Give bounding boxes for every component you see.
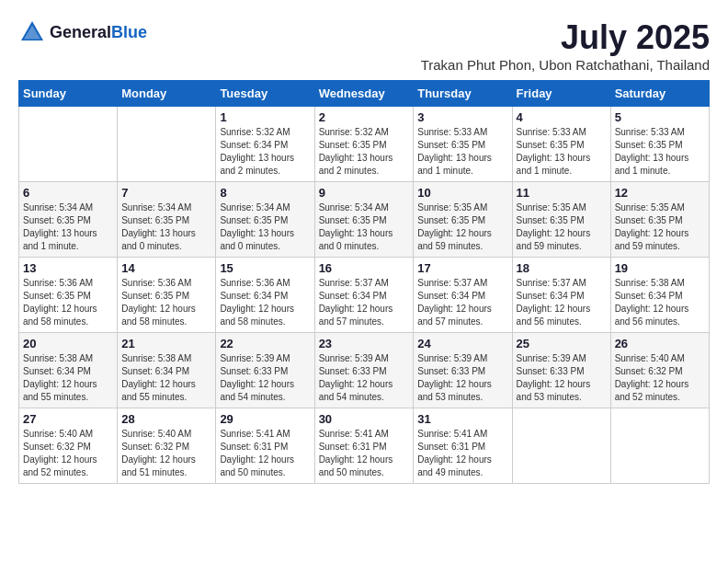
day-number: 12	[615, 186, 705, 200]
sunset-text: Sunset: 6:31 PM	[220, 441, 310, 454]
day-number: 29	[220, 412, 310, 426]
sunset-text: Sunset: 6:35 PM	[417, 139, 507, 152]
table-row: 4Sunrise: 5:33 AMSunset: 6:35 PMDaylight…	[512, 107, 610, 182]
sunrise-text: Sunrise: 5:39 AM	[220, 352, 310, 365]
table-row: 8Sunrise: 5:34 AMSunset: 6:35 PMDaylight…	[216, 182, 314, 258]
day-info: Sunrise: 5:39 AMSunset: 6:33 PMDaylight:…	[517, 352, 607, 404]
table-row: 27Sunrise: 5:40 AMSunset: 6:32 PMDayligh…	[19, 408, 118, 484]
day-info: Sunrise: 5:34 AMSunset: 6:35 PMDaylight:…	[319, 201, 410, 253]
day-number: 4	[517, 110, 607, 124]
daylight-text: Daylight: 13 hours and 0 minutes.	[220, 227, 310, 253]
sunrise-text: Sunrise: 5:40 AM	[23, 428, 113, 441]
sunset-text: Sunset: 6:35 PM	[615, 214, 705, 227]
sunrise-text: Sunrise: 5:39 AM	[417, 352, 507, 365]
sunset-text: Sunset: 6:33 PM	[319, 365, 410, 378]
day-info: Sunrise: 5:34 AMSunset: 6:35 PMDaylight:…	[23, 201, 113, 253]
day-number: 5	[615, 110, 705, 124]
day-number: 21	[121, 337, 211, 350]
sunset-text: Sunset: 6:35 PM	[517, 139, 607, 152]
daylight-text: Daylight: 12 hours and 53 minutes.	[417, 378, 507, 404]
table-row: 7Sunrise: 5:34 AMSunset: 6:35 PMDaylight…	[118, 182, 216, 258]
day-number: 8	[220, 186, 310, 200]
daylight-text: Daylight: 12 hours and 53 minutes.	[517, 378, 607, 404]
table-row: 19Sunrise: 5:38 AMSunset: 6:34 PMDayligh…	[610, 258, 709, 333]
day-info: Sunrise: 5:35 AMSunset: 6:35 PMDaylight:…	[517, 201, 607, 253]
sunrise-text: Sunrise: 5:38 AM	[615, 277, 705, 290]
table-row: 31Sunrise: 5:41 AMSunset: 6:31 PMDayligh…	[414, 408, 512, 484]
sunset-text: Sunset: 6:32 PM	[615, 365, 705, 378]
table-row: 11Sunrise: 5:35 AMSunset: 6:35 PMDayligh…	[512, 182, 610, 258]
day-number: 16	[319, 261, 410, 275]
sunrise-text: Sunrise: 5:34 AM	[121, 201, 211, 214]
table-row: 20Sunrise: 5:38 AMSunset: 6:34 PMDayligh…	[19, 333, 118, 408]
daylight-text: Daylight: 12 hours and 59 minutes.	[417, 227, 507, 253]
sunset-text: Sunset: 6:35 PM	[615, 139, 705, 152]
sunrise-text: Sunrise: 5:37 AM	[319, 277, 410, 290]
table-row	[19, 107, 118, 182]
calendar-table: Sunday Monday Tuesday Wednesday Thursday…	[18, 80, 710, 484]
location-subtitle: Trakan Phut Phon, Ubon Ratchathani, Thai…	[421, 57, 710, 73]
day-info: Sunrise: 5:40 AMSunset: 6:32 PMDaylight:…	[615, 352, 705, 404]
sunrise-text: Sunrise: 5:35 AM	[517, 201, 607, 214]
daylight-text: Daylight: 13 hours and 1 minute.	[23, 227, 113, 253]
daylight-text: Daylight: 12 hours and 54 minutes.	[220, 378, 310, 404]
daylight-text: Daylight: 12 hours and 54 minutes.	[319, 378, 410, 404]
sunrise-text: Sunrise: 5:35 AM	[417, 201, 507, 214]
sunset-text: Sunset: 6:34 PM	[220, 139, 310, 152]
daylight-text: Daylight: 13 hours and 2 minutes.	[220, 152, 310, 178]
sunrise-text: Sunrise: 5:38 AM	[23, 352, 113, 365]
day-number: 10	[417, 186, 507, 200]
day-info: Sunrise: 5:36 AMSunset: 6:35 PMDaylight:…	[121, 277, 211, 328]
day-info: Sunrise: 5:33 AMSunset: 6:35 PMDaylight:…	[517, 126, 607, 178]
sunset-text: Sunset: 6:33 PM	[220, 365, 310, 378]
header-thursday: Thursday	[414, 81, 512, 107]
day-info: Sunrise: 5:33 AMSunset: 6:35 PMDaylight:…	[615, 126, 705, 178]
header-tuesday: Tuesday	[216, 81, 314, 107]
day-number: 19	[615, 261, 705, 275]
table-row: 6Sunrise: 5:34 AMSunset: 6:35 PMDaylight…	[19, 182, 118, 258]
sunrise-text: Sunrise: 5:33 AM	[517, 126, 607, 139]
day-number: 3	[417, 110, 507, 124]
sunrise-text: Sunrise: 5:34 AM	[220, 201, 310, 214]
sunset-text: Sunset: 6:33 PM	[517, 365, 607, 378]
table-row: 2Sunrise: 5:32 AMSunset: 6:35 PMDaylight…	[314, 107, 414, 182]
day-number: 24	[417, 337, 507, 350]
day-info: Sunrise: 5:32 AMSunset: 6:35 PMDaylight:…	[319, 126, 410, 178]
week-row-1: 1Sunrise: 5:32 AMSunset: 6:34 PMDaylight…	[19, 107, 710, 182]
day-number: 22	[220, 337, 310, 350]
sunset-text: Sunset: 6:35 PM	[319, 139, 410, 152]
table-row: 3Sunrise: 5:33 AMSunset: 6:35 PMDaylight…	[414, 107, 512, 182]
daylight-text: Daylight: 12 hours and 57 minutes.	[319, 303, 410, 328]
sunrise-text: Sunrise: 5:41 AM	[319, 428, 410, 441]
table-row: 29Sunrise: 5:41 AMSunset: 6:31 PMDayligh…	[216, 408, 314, 484]
sunset-text: Sunset: 6:34 PM	[121, 365, 211, 378]
day-number: 18	[517, 261, 607, 275]
table-row: 23Sunrise: 5:39 AMSunset: 6:33 PMDayligh…	[314, 333, 414, 408]
sunrise-text: Sunrise: 5:40 AM	[121, 428, 211, 441]
weekday-header-row: Sunday Monday Tuesday Wednesday Thursday…	[19, 81, 710, 107]
day-number: 2	[319, 110, 410, 124]
table-row: 14Sunrise: 5:36 AMSunset: 6:35 PMDayligh…	[118, 258, 216, 333]
sunset-text: Sunset: 6:35 PM	[417, 214, 507, 227]
day-info: Sunrise: 5:34 AMSunset: 6:35 PMDaylight:…	[121, 201, 211, 253]
day-number: 17	[417, 261, 507, 275]
daylight-text: Daylight: 12 hours and 59 minutes.	[517, 227, 607, 253]
day-info: Sunrise: 5:39 AMSunset: 6:33 PMDaylight:…	[417, 352, 507, 404]
table-row: 30Sunrise: 5:41 AMSunset: 6:31 PMDayligh…	[314, 408, 414, 484]
day-info: Sunrise: 5:36 AMSunset: 6:34 PMDaylight:…	[220, 277, 310, 328]
day-number: 13	[23, 261, 113, 275]
sunset-text: Sunset: 6:32 PM	[121, 441, 211, 454]
day-info: Sunrise: 5:41 AMSunset: 6:31 PMDaylight:…	[220, 428, 310, 479]
logo-general: General	[50, 23, 111, 41]
daylight-text: Daylight: 13 hours and 1 minute.	[417, 152, 507, 178]
day-info: Sunrise: 5:32 AMSunset: 6:34 PMDaylight:…	[220, 126, 310, 178]
title-section: July 2025 Trakan Phut Phon, Ubon Ratchat…	[421, 18, 710, 73]
sunset-text: Sunset: 6:34 PM	[615, 290, 705, 303]
table-row: 13Sunrise: 5:36 AMSunset: 6:35 PMDayligh…	[19, 258, 118, 333]
table-row: 16Sunrise: 5:37 AMSunset: 6:34 PMDayligh…	[314, 258, 414, 333]
day-info: Sunrise: 5:38 AMSunset: 6:34 PMDaylight:…	[121, 352, 211, 404]
day-number: 14	[121, 261, 211, 275]
day-number: 7	[121, 186, 211, 200]
day-info: Sunrise: 5:35 AMSunset: 6:35 PMDaylight:…	[615, 201, 705, 253]
daylight-text: Daylight: 13 hours and 0 minutes.	[319, 227, 410, 253]
